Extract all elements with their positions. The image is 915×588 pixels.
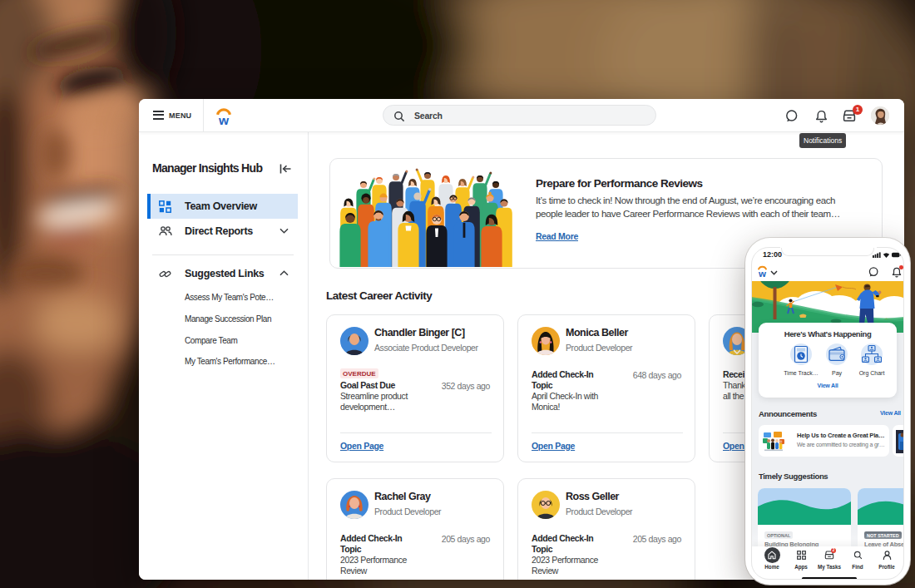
svg-text:w: w — [218, 113, 230, 126]
svg-text:w: w — [758, 269, 766, 279]
